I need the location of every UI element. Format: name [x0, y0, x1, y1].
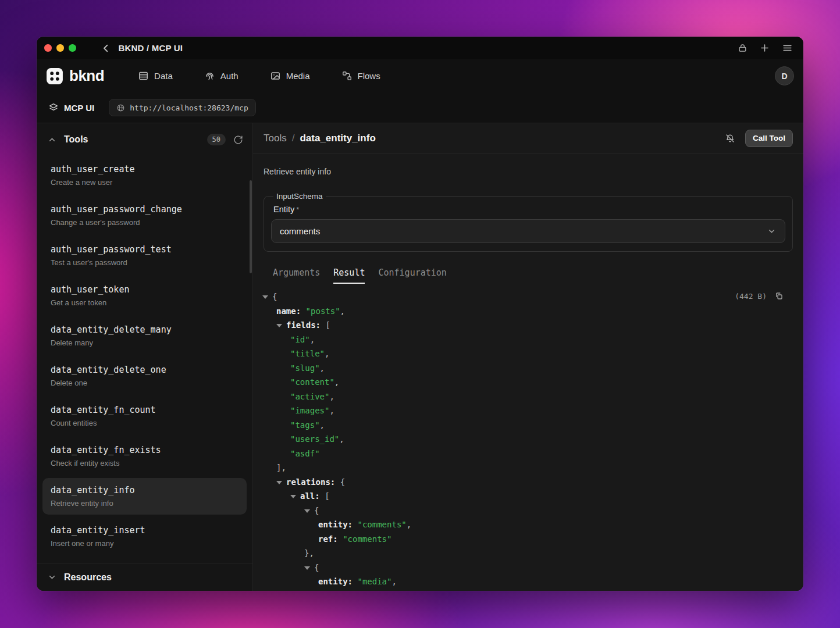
json-line: entity: "comments", [253, 518, 803, 532]
tool-name: data_entity_fn_exists [51, 444, 239, 456]
json-line: ], [253, 461, 803, 475]
sidebar-tool-data_entity_delete_many[interactable]: data_entity_delete_many Delete many [42, 317, 247, 354]
required-asterisk: * [296, 205, 299, 214]
sidebar-tool-auth_user_create[interactable]: auth_user_create Create a new user [42, 157, 247, 194]
select-chevron-down-icon [767, 226, 777, 236]
json-line: entity: "media", [253, 575, 803, 589]
header-actions: Call Tool [725, 130, 793, 147]
json-line: relations: { [253, 475, 803, 490]
json-line: }, [253, 546, 803, 561]
sidebar-tool-data_entity_info[interactable]: data_entity_info Retrieve entity info [42, 478, 247, 515]
tab-arguments[interactable]: Arguments [273, 267, 320, 284]
close-button[interactable] [44, 44, 52, 52]
tool-description: Insert one or many [51, 539, 239, 548]
tool-name: data_entity_delete_one [51, 364, 239, 376]
sidebar-tool-data_entity_delete_one[interactable]: data_entity_delete_one Delete one [42, 358, 247, 394]
json-line: "title", [253, 347, 803, 361]
result-tabs: ArgumentsResultConfiguration [253, 267, 803, 284]
tool-list: auth_user_create Create a new user auth_… [37, 156, 252, 563]
tab-result[interactable]: Result [333, 267, 365, 284]
json-line: "tags", [253, 418, 803, 433]
json-line: "slug", [253, 361, 803, 376]
bknd-logo-icon [46, 67, 63, 85]
menu-icon[interactable] [782, 42, 793, 53]
sidebar-tool-auth_user_token[interactable]: auth_user_token Get a user token [42, 277, 247, 314]
chevron-up-icon[interactable] [47, 135, 57, 145]
sidebar-tool-auth_user_password_test[interactable]: auth_user_password_test Test a user's pa… [42, 237, 247, 274]
resources-section-title: Resources [64, 572, 112, 583]
sidebar-tool-auth_user_password_change[interactable]: auth_user_password_change Change a user'… [42, 197, 247, 234]
bknd-logo[interactable]: bknd [46, 67, 104, 85]
caret-down-icon[interactable] [262, 290, 272, 304]
minimize-button[interactable] [56, 44, 64, 52]
caret-down-icon[interactable] [304, 504, 314, 518]
caret-down-icon[interactable] [304, 561, 314, 575]
input-schema-fieldset: InputSchema Entity* comments [264, 192, 793, 252]
titlebar-actions [738, 42, 793, 53]
tools-section-header: Tools 50 [37, 123, 252, 156]
tool-detail-header: Tools / data_entity_info Call Tool [253, 123, 803, 154]
new-tab-plus-icon[interactable] [759, 42, 770, 53]
json-line: { [253, 561, 803, 575]
nav-item-flows[interactable]: Flows [341, 70, 380, 81]
nav-label: Flows [358, 71, 380, 81]
database-icon [138, 70, 149, 81]
caret-down-icon[interactable] [276, 475, 286, 490]
sidebar-tool-data_entity_fn_exists[interactable]: data_entity_fn_exists Check if entity ex… [42, 438, 247, 474]
nav-item-auth[interactable]: Auth [204, 70, 239, 81]
flows-icon [341, 70, 353, 81]
tool-description-text: Retrieve entity info [253, 154, 803, 177]
json-line: "images", [253, 404, 803, 418]
json-line: fields: [ [253, 318, 803, 333]
window-title: BKND / MCP UI [119, 43, 183, 53]
tool-description: Test a user's password [51, 258, 239, 267]
breadcrumb-section[interactable]: Tools [264, 133, 287, 144]
lock-icon[interactable] [738, 43, 748, 53]
back-icon[interactable] [101, 43, 111, 53]
caret-down-icon[interactable] [276, 318, 286, 333]
nav-item-media[interactable]: Media [270, 70, 310, 81]
sidebar-tool-data_entity_insert[interactable]: data_entity_insert Insert one or many [42, 518, 247, 555]
main-nav: Data Auth Media Flows [138, 70, 380, 81]
media-icon [270, 70, 281, 81]
tool-detail-body: Retrieve entity info InputSchema Entity*… [253, 154, 803, 591]
entity-field-label: Entity* [273, 205, 785, 214]
app-header: bknd Data Auth Media Flows D [37, 59, 803, 92]
avatar[interactable]: D [775, 66, 794, 85]
result-size: (442 B) [735, 292, 767, 301]
tool-name: auth_user_create [51, 163, 239, 175]
copy-icon[interactable] [774, 291, 784, 301]
traffic-lights [44, 44, 76, 52]
tool-name: data_entity_fn_count [51, 404, 239, 416]
server-url-pill[interactable]: http://localhost:28623/mcp [109, 99, 256, 116]
json-line: { [253, 504, 803, 518]
input-schema-legend: InputSchema [273, 192, 326, 201]
tool-description: Create a new user [51, 178, 239, 187]
caret-down-icon[interactable] [290, 489, 300, 504]
fingerprint-icon [204, 70, 215, 81]
json-line: all: [ [253, 489, 803, 504]
tool-description: Retrieve entity info [51, 499, 239, 508]
sidebar-tool-data_entity_fn_count[interactable]: data_entity_fn_count Count entities [42, 398, 247, 434]
bell-off-icon[interactable] [725, 133, 735, 144]
tab-configuration[interactable]: Configuration [378, 267, 446, 284]
resources-section-header[interactable]: Resources [37, 563, 252, 591]
call-tool-button[interactable]: Call Tool [745, 130, 793, 147]
entity-select[interactable]: comments [271, 219, 785, 243]
json-line: "content", [253, 375, 803, 390]
result-meta: (442 B) [735, 291, 784, 301]
result-viewer: (442 B) {name: "posts",fields: ["id","ti… [253, 290, 803, 591]
breadcrumb: Tools / data_entity_info [264, 133, 376, 144]
sidebar-scrollbar[interactable] [250, 180, 252, 273]
mcp-ui-title: MCP UI [48, 102, 94, 113]
nav-item-data[interactable]: Data [138, 70, 173, 81]
entity-label-text: Entity [273, 205, 294, 214]
entity-select-value: comments [280, 226, 320, 236]
breadcrumb-current: data_entity_info [300, 133, 375, 144]
layers-icon [48, 102, 59, 113]
maximize-button[interactable] [69, 44, 76, 52]
tool-detail-panel: Tools / data_entity_info Call Tool Retri… [253, 123, 803, 591]
json-line: ref: "images" [253, 589, 803, 591]
tool-description: Change a user's password [51, 218, 239, 227]
refresh-icon[interactable] [233, 135, 243, 145]
